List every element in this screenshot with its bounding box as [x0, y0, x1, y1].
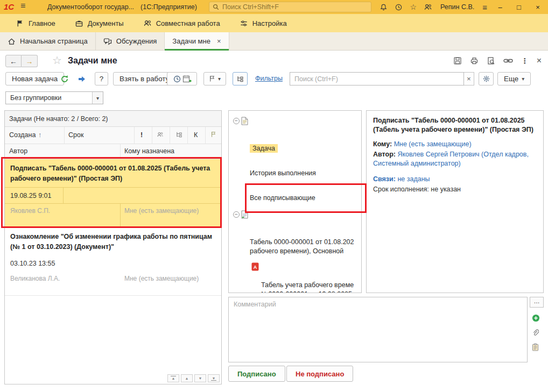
not-signed-button[interactable]: Не подписано	[286, 366, 353, 382]
favorite-star-icon[interactable]: ☆	[52, 54, 62, 67]
link-icon[interactable]	[503, 58, 513, 63]
scroll-up-button[interactable]: ▲	[181, 374, 193, 382]
comment-more-button[interactable]: ...	[530, 297, 544, 308]
signed-button[interactable]: Подписано	[228, 366, 285, 382]
tree-item-signers[interactable]: Все подписывающие	[229, 183, 361, 204]
tree-item-task[interactable]: − Задача	[229, 115, 361, 155]
collapse-icon[interactable]: −	[233, 211, 240, 218]
detail-links-line: Связи: не заданы	[373, 175, 537, 184]
scroll-first-button[interactable]: ▲	[167, 374, 179, 382]
task-structure-tree: − Задача История выполнения Все подписыв…	[228, 110, 362, 293]
clear-search-button[interactable]: ×	[464, 72, 474, 85]
task-author: Великанова Л.А.	[10, 275, 60, 282]
calendar-plus-icon[interactable]	[182, 75, 192, 83]
service-menu-icon[interactable]: ≡	[482, 3, 487, 12]
tree-item-label: Задача	[250, 144, 278, 153]
tab-close-icon[interactable]: ×	[217, 37, 221, 45]
assignee-link[interactable]: Мне (есть замещающие)	[394, 140, 472, 148]
paperclip-icon[interactable]	[532, 329, 539, 337]
page-title: Задачи мне	[68, 56, 117, 66]
tab-bar: Начальная страница Обсуждения Задачи мне…	[0, 32, 548, 51]
tree-item-history[interactable]: История выполнения	[229, 158, 361, 180]
links-link[interactable]: не заданы	[397, 175, 430, 183]
users-icon[interactable]	[424, 3, 432, 11]
nav-item-label: Главное	[29, 19, 55, 27]
tab-discussions[interactable]: Обсуждения	[96, 32, 165, 50]
tree-item-pdf-file[interactable]: A Табель учета рабочего време №0000-0000…	[229, 261, 361, 293]
task-title: Ознакомление "Об изменении графика работ…	[5, 227, 221, 255]
close-window-button[interactable]: ×	[532, 3, 544, 11]
current-user[interactable]: Репин С.В.	[440, 3, 474, 11]
nav-item-documents[interactable]: Документы	[75, 19, 124, 27]
column-author[interactable]: Автор	[9, 147, 27, 155]
back-button[interactable]: ←	[5, 55, 22, 67]
window-titlebar: 1С ≡ Документооборот государ... (1С:Пред…	[0, 0, 548, 14]
help-button[interactable]: ?	[95, 72, 108, 85]
chevron-down-icon[interactable]: ▾	[92, 92, 103, 104]
paste-clipboard-icon[interactable]	[532, 343, 539, 351]
task-search-field[interactable]	[290, 72, 464, 85]
app-window: 1С ≡ Документооборот государ... (1С:Пред…	[0, 0, 548, 392]
column-k[interactable]: К	[194, 131, 198, 139]
take-to-work-button[interactable]: Взять в работу	[113, 72, 175, 85]
column-created[interactable]: Создана	[9, 131, 36, 139]
filters-link[interactable]: Фильтры	[255, 75, 283, 82]
close-form-icon[interactable]: ×	[537, 56, 542, 66]
task-meta: Великанова Л.А. Мне (есть замещающие)	[5, 272, 221, 295]
list-scroll-buttons: ▲ ▲ ▼ ▼	[167, 374, 220, 382]
forward-button[interactable]: →	[22, 55, 38, 67]
tab-home[interactable]: Начальная страница	[0, 32, 96, 50]
main-menu-icon[interactable]: ≡	[20, 1, 25, 11]
print-icon[interactable]	[470, 56, 479, 65]
tree-item-label: Табель 0000-000001 от 01.08.202 рабочего…	[250, 238, 354, 255]
detail-due-line: Срок исполнения: не указан	[373, 185, 537, 194]
task-row[interactable]: Подписать "Табель 0000-000001 от 01.08.2…	[5, 159, 221, 227]
scroll-last-button[interactable]: ▼	[208, 374, 220, 382]
new-task-button[interactable]: Новая задача	[5, 72, 64, 85]
author-link[interactable]: Яковлев Сергей Петрович (Отдел кадров, С…	[373, 151, 529, 167]
task-search-input[interactable]	[290, 73, 463, 85]
nav-item-main[interactable]: Главное	[16, 19, 55, 27]
tree-item-timesheet-doc[interactable]: − Табель 0000-000001 от 01.08.202 рабоче…	[229, 209, 361, 258]
task-assignee: Мне (есть замещающие)	[124, 207, 199, 215]
time-buttons-group	[167, 72, 197, 85]
column-flag-icon[interactable]	[210, 131, 217, 138]
column-importance-icon[interactable]: !	[140, 131, 143, 139]
nav-item-settings[interactable]: Настройка	[240, 19, 287, 27]
favorites-star-icon[interactable]: ☆	[410, 3, 417, 11]
nav-item-collaboration[interactable]: Совместная работа	[143, 19, 220, 27]
column-hierarchy-icon[interactable]	[175, 131, 182, 138]
refresh-icon[interactable]	[57, 72, 72, 85]
history-icon[interactable]	[395, 3, 403, 11]
global-search[interactable]	[209, 2, 371, 12]
column-assignee[interactable]: Кому назначена	[124, 147, 174, 155]
app-title: Документооборот государ...	[47, 3, 134, 11]
column-executors-icon[interactable]	[157, 131, 164, 138]
flag-dropdown-button[interactable]: ▾	[203, 72, 226, 85]
tree-view-button[interactable]	[233, 72, 248, 85]
minimize-button[interactable]: –	[494, 3, 506, 11]
global-search-input[interactable]	[222, 3, 368, 11]
add-icon[interactable]	[532, 314, 540, 322]
tasks-list-header: Задачи (Не начато: 2 / Всего: 2)	[5, 111, 221, 127]
go-arrow-icon[interactable]	[74, 72, 89, 85]
grouping-select[interactable]: Без группировки ▾	[5, 91, 103, 104]
tree-item-label: Все подписывающие	[250, 194, 315, 202]
more-menu-icon[interactable]: ⋮	[521, 56, 529, 65]
1c-logo-icon: 1С	[4, 2, 14, 11]
tab-my-tasks[interactable]: Задачи мне ×	[165, 32, 229, 50]
collapse-icon[interactable]: −	[233, 118, 240, 124]
save-settings-icon[interactable]	[453, 56, 462, 65]
sort-asc-icon: ↑	[38, 131, 41, 139]
task-row[interactable]: Ознакомление "Об изменении графика работ…	[5, 227, 221, 296]
more-button[interactable]: Еще ▾	[497, 72, 531, 85]
notifications-bell-icon[interactable]	[380, 3, 388, 11]
comment-box[interactable]	[228, 297, 528, 362]
preview-icon[interactable]	[487, 56, 495, 65]
comment-input[interactable]	[229, 297, 527, 362]
clock-icon[interactable]	[173, 75, 181, 83]
gear-icon[interactable]	[479, 72, 494, 85]
scroll-down-button[interactable]: ▼	[194, 374, 206, 382]
column-due[interactable]: Срок	[68, 131, 83, 139]
maximize-button[interactable]: □	[513, 3, 525, 11]
